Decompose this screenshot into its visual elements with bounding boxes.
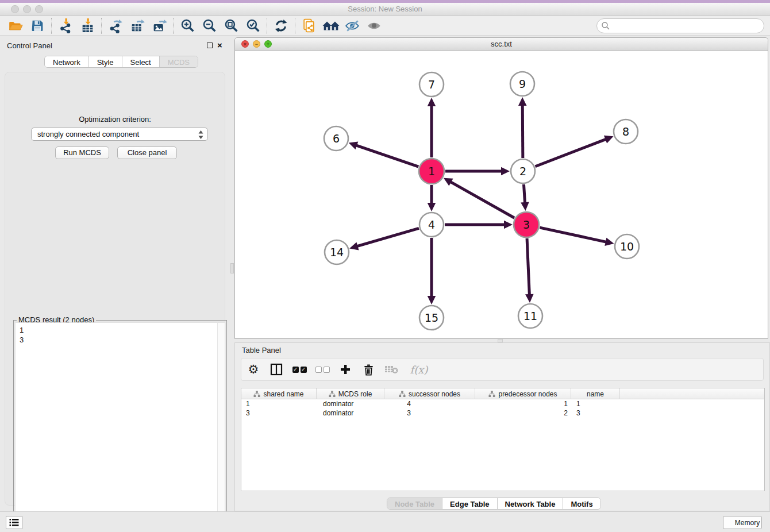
tab-motifs[interactable]: Motifs xyxy=(563,498,600,509)
column-header-mcds-role[interactable]: MCDS role xyxy=(317,388,384,399)
splitter-grip[interactable] xyxy=(230,263,234,273)
column-header-name[interactable]: name xyxy=(571,388,620,399)
mcds-result-list[interactable]: 1 3 xyxy=(15,322,225,532)
function-builder-button[interactable]: f(x) xyxy=(407,362,431,377)
table-row[interactable]: 3 dominator 3 2 3 xyxy=(241,408,764,418)
column-header-predecessor-nodes[interactable]: predecessor nodes xyxy=(475,388,571,399)
edge-4-3[interactable] xyxy=(445,221,513,229)
copy-network-icon xyxy=(302,18,317,33)
tab-select[interactable]: Select xyxy=(122,56,160,67)
graph-node-14[interactable]: 14 xyxy=(325,240,349,264)
column-label: name xyxy=(587,390,604,398)
edge-2-9[interactable] xyxy=(518,97,527,158)
tab-edge-table[interactable]: Edge Table xyxy=(442,498,497,509)
edge-4-14[interactable] xyxy=(349,228,419,250)
export-network-button[interactable] xyxy=(105,17,126,34)
delete-column-button[interactable] xyxy=(361,362,376,377)
graph-node-7[interactable]: 7 xyxy=(419,72,444,97)
control-panel-title: Control Panel xyxy=(7,41,52,50)
export-network-icon xyxy=(108,18,124,33)
result-scrollbar[interactable] xyxy=(217,323,225,532)
search-icon xyxy=(601,21,610,30)
close-panel-button[interactable]: Close panel xyxy=(117,147,177,159)
network-canvas[interactable]: 1234678910111415 xyxy=(235,51,768,338)
tab-mcds[interactable]: MCDS xyxy=(160,56,198,67)
zoom-fit-button[interactable] xyxy=(220,17,242,34)
graph-node-1[interactable]: 1 xyxy=(419,159,444,184)
add-column-button[interactable] xyxy=(338,362,353,377)
table-row[interactable]: 1 dominator 4 1 1 xyxy=(241,399,764,408)
checked-box-icon: ✓ xyxy=(301,367,307,373)
edge-3-11[interactable] xyxy=(525,238,534,303)
import-table-button[interactable] xyxy=(76,17,98,34)
graph-node-15[interactable]: 15 xyxy=(419,306,444,330)
show-column-pane-button[interactable] xyxy=(269,362,284,377)
toolbar-separator xyxy=(267,18,267,34)
edge-1-2[interactable] xyxy=(445,167,510,176)
memory-label: Memory xyxy=(735,519,760,527)
close-panel-icon[interactable]: × xyxy=(217,40,222,51)
task-history-button[interactable] xyxy=(6,516,22,529)
tab-node-table[interactable]: Node Table xyxy=(387,498,442,509)
column-header-shared-name[interactable]: shared name xyxy=(241,388,317,399)
network-home-button[interactable] xyxy=(320,17,342,34)
export-table-button[interactable] xyxy=(126,17,148,34)
column-header-successor-nodes[interactable]: successor nodes xyxy=(384,388,475,399)
criterion-dropdown[interactable]: strongly connected component xyxy=(31,128,208,141)
graph-node-8[interactable]: 8 xyxy=(614,119,638,144)
hide-details-button[interactable] xyxy=(342,17,364,34)
graph-node-9[interactable]: 9 xyxy=(510,72,534,96)
cell-name: 3 xyxy=(571,408,620,418)
edge-4-15[interactable] xyxy=(428,238,436,304)
unselect-all-columns-button[interactable] xyxy=(315,362,330,377)
graph-node-11[interactable]: 11 xyxy=(518,304,542,328)
result-item: 1 xyxy=(20,325,225,335)
zoom-in-button[interactable] xyxy=(176,17,198,34)
show-details-button[interactable] xyxy=(364,17,386,34)
graph-node-label: 4 xyxy=(428,218,435,231)
graph-node-label: 9 xyxy=(519,78,526,90)
vertical-splitter[interactable] xyxy=(230,36,234,511)
import-network-icon xyxy=(58,18,74,33)
export-image-button[interactable] xyxy=(148,17,170,34)
save-session-button[interactable] xyxy=(26,17,48,34)
cell-predecessor-nodes: 1 xyxy=(475,399,571,408)
refresh-button[interactable] xyxy=(270,17,292,34)
new-network-from-selection-button[interactable] xyxy=(298,17,320,34)
main-toolbar xyxy=(0,16,770,36)
edge-1-6[interactable] xyxy=(349,141,419,167)
edge-1-4[interactable] xyxy=(428,185,436,211)
zoom-selected-button[interactable] xyxy=(242,17,264,34)
tab-network-table[interactable]: Network Table xyxy=(498,498,564,509)
dropdown-stepper-icon xyxy=(198,130,204,139)
edge-3-10[interactable] xyxy=(540,228,614,246)
toolbar-separator xyxy=(173,18,174,34)
edge-3-1[interactable] xyxy=(444,178,514,218)
search-input[interactable] xyxy=(596,18,764,33)
column-label: successor nodes xyxy=(409,390,460,398)
graph-node-3[interactable]: 3 xyxy=(514,212,539,237)
edge-2-8[interactable] xyxy=(535,136,613,167)
graph-node-4[interactable]: 4 xyxy=(419,213,444,237)
import-network-button[interactable] xyxy=(55,17,76,34)
graph-node-2[interactable]: 2 xyxy=(511,159,535,183)
tab-network[interactable]: Network xyxy=(45,56,89,67)
select-all-columns-button[interactable]: ✓ ✓ xyxy=(292,362,307,377)
run-mcds-button[interactable]: Run MCDS xyxy=(55,147,109,159)
open-file-button[interactable] xyxy=(5,17,26,34)
plus-icon xyxy=(340,364,351,375)
unchecked-box-icon xyxy=(324,367,330,373)
open-folder-icon xyxy=(8,18,23,33)
tree-icon xyxy=(329,391,336,398)
edge-1-7[interactable] xyxy=(428,98,436,157)
zoom-out-button[interactable] xyxy=(198,17,220,34)
tab-style[interactable]: Style xyxy=(89,56,122,67)
memory-button[interactable]: Memory xyxy=(723,516,762,529)
delete-table-button[interactable] xyxy=(384,362,399,377)
edge-2-3[interactable] xyxy=(521,184,529,211)
table-settings-button[interactable]: ⚙ xyxy=(246,362,261,377)
float-panel-icon[interactable] xyxy=(207,43,213,48)
graph-node-10[interactable]: 10 xyxy=(615,234,639,259)
gear-icon: ⚙ xyxy=(248,363,259,376)
graph-node-6[interactable]: 6 xyxy=(324,126,348,151)
